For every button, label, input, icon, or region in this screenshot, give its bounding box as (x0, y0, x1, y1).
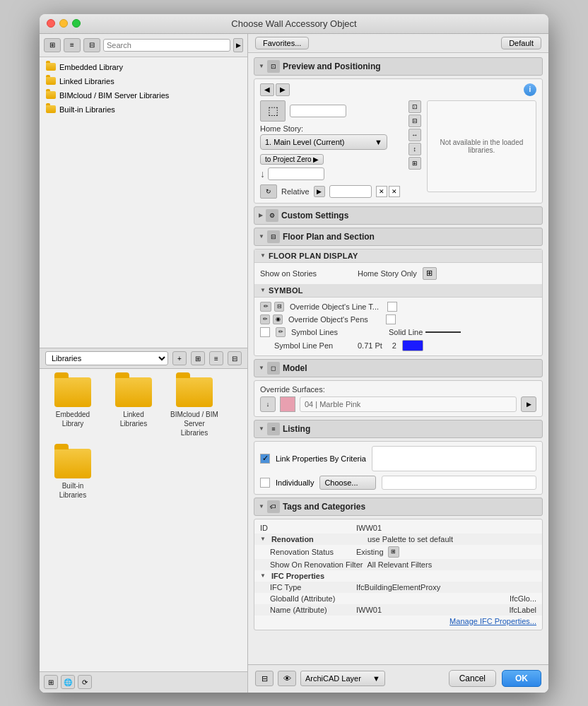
renovation-status-value: Existing (356, 548, 384, 556)
bottom-icon1[interactable]: ⊟ (255, 671, 274, 686)
to-project-zero-button[interactable]: to Project Zero ▶ (260, 154, 324, 165)
prev-button[interactable]: ◀ (260, 83, 274, 96)
minimize-button[interactable] (59, 19, 68, 28)
folder-icon-large (176, 377, 213, 407)
close-button[interactable] (47, 19, 55, 28)
preview-section-header[interactable]: ▼ ⊡ Preview and Positioning (254, 57, 543, 76)
to-project-zero-label: to Project Zero (265, 155, 312, 163)
surface-action-button[interactable]: ▶ (521, 396, 536, 412)
ifc-triangle: ▼ (260, 572, 266, 579)
bottom-icon2[interactable]: 👁 (278, 671, 296, 686)
grid-view-icon[interactable]: ⊞ (44, 38, 61, 52)
library-tree: Embedded Library Linked Libraries BIMclo… (40, 57, 247, 348)
line-preview (425, 331, 461, 333)
individually-textbox[interactable] (382, 476, 536, 490)
renovation-row: ▼ Renovation use Palette to set default (254, 534, 542, 545)
global-id-row: GlobalId (Attribute) IfcGlo... (254, 593, 542, 604)
ifc-type-label: IFC Type (260, 583, 352, 592)
side-icon4[interactable]: ↕ (408, 143, 421, 155)
individually-checkbox[interactable] (260, 478, 270, 488)
tree-item-bimcloud[interactable]: BIMcloud / BIM Server Libraries (40, 88, 247, 102)
side-icon3[interactable]: ↔ (408, 129, 421, 141)
relative-row: ↻ Relative ▶ 0.00° ✕ ✕ (260, 184, 400, 199)
detail-layout-button[interactable]: ⊟ (228, 351, 242, 365)
floor-icon-button[interactable]: ⊞ (423, 267, 437, 280)
floor-plan-display-header[interactable]: ▼ FLOOR PLAN DISPLAY (254, 249, 542, 263)
layer-dropdown[interactable]: ArchiCAD Layer ▼ (300, 671, 385, 686)
global-id-value2: IfcGlo... (510, 594, 536, 603)
side-icon5[interactable]: ⊞ (408, 157, 421, 170)
left-bottom-icon1[interactable]: ⊞ (44, 675, 58, 689)
manage-ifc-link[interactable]: Manage IFC Properties... (449, 617, 536, 625)
layer-row: ArchiCAD Layer ▼ (300, 671, 385, 686)
maximize-button[interactable] (72, 19, 81, 28)
side-icon1[interactable]: ⊡ (408, 100, 421, 113)
tree-item-embedded[interactable]: Embedded Library (40, 60, 247, 74)
nav-arrow-right[interactable]: ▶ (233, 38, 243, 52)
library-item-builtin[interactable]: Built-inLibraries (48, 449, 98, 500)
id-row: ID IWW01 (254, 522, 542, 534)
left-bottom-icon3[interactable]: ⟳ (78, 675, 92, 689)
home-story-dropdown[interactable]: 1. Main Level (Current) ▼ (260, 134, 387, 150)
listing-section-header[interactable]: ▼ ≡ Listing (254, 420, 543, 438)
left-toolbar: ⊞ ≡ ⊟ ▶ (40, 34, 247, 57)
cancel-button[interactable]: Cancel (449, 670, 496, 687)
preview-row: ⬚ 0" Home Story: 1. Main Level (Current)… (260, 100, 536, 199)
listing-section-title: Listing (283, 424, 310, 434)
grid-icon[interactable]: ⊞ (388, 546, 399, 558)
ok-button[interactable]: OK (502, 670, 541, 687)
search-input[interactable] (103, 39, 230, 52)
grid-layout-button[interactable]: ⊞ (191, 351, 205, 365)
relative-arrow-button[interactable]: ▶ (314, 186, 325, 197)
override-line-checkbox[interactable] (387, 302, 397, 312)
surface-add-button[interactable]: ↓ (260, 396, 276, 412)
angle-input[interactable]: 0.00° (329, 185, 372, 198)
floor-plan-display-title: FLOOR PLAN DISPLAY (269, 252, 358, 260)
list-view-icon[interactable]: ≡ (64, 38, 81, 52)
library-item-bimcloud[interactable]: BIMcloud / BIMServer Libraries (170, 377, 219, 437)
left-bottom-icon2[interactable]: 🌐 (61, 675, 75, 689)
height-input[interactable]: 0" (290, 105, 346, 117)
override-pens-checkbox[interactable] (386, 314, 396, 324)
library-item-linked[interactable]: Linked Libraries (109, 377, 158, 437)
ifc-label: IFC Properties (271, 572, 363, 580)
library-item-label: EmbeddedLibrary (56, 410, 90, 428)
tags-section-header[interactable]: ▼ 🏷 Tags and Categories (254, 498, 543, 516)
checkbox2[interactable]: ✕ (389, 186, 400, 197)
favorites-button[interactable]: Favorites... (255, 37, 309, 49)
library-item-embedded[interactable]: EmbeddedLibrary (48, 377, 98, 437)
folder-icon (45, 90, 57, 101)
add-library-button[interactable]: + (172, 351, 187, 365)
floor-plan-section-header[interactable]: ▼ ⊟ Floor Plan and Section (254, 228, 543, 246)
symbol-header[interactable]: ▼ SYMBOL (254, 284, 542, 298)
default-button[interactable]: Default (501, 37, 541, 49)
section-triangle: ▶ (259, 212, 263, 218)
rotation-icon[interactable]: ↻ (260, 184, 277, 199)
tree-item-linked[interactable]: Linked Libraries (40, 74, 247, 88)
preview-left-area: ⬚ 0" Home Story: 1. Main Level (Current)… (260, 100, 400, 199)
model-section-header[interactable]: ▼ ◻ Model (254, 359, 543, 377)
show-on-stories-value: Home Story Only (358, 269, 417, 278)
link-properties-textbox[interactable] (372, 446, 536, 471)
manage-ifc-row: Manage IFC Properties... (254, 616, 542, 627)
floor-value-input[interactable]: 0" (268, 167, 324, 180)
list-layout-button[interactable]: ≡ (209, 351, 223, 365)
link-properties-checkbox[interactable]: ✓ (260, 454, 270, 464)
surface-color-swatch (280, 396, 295, 412)
symbol-lines-checkbox[interactable] (260, 327, 270, 337)
listing-icon: ≡ (267, 423, 280, 435)
detail-view-icon[interactable]: ⊟ (83, 38, 100, 52)
layer-dropdown-arrow: ▼ (372, 674, 380, 683)
right-content: ▼ ⊡ Preview and Positioning ◀ ▶ i ⬚ (248, 53, 548, 664)
nav-arrows-row: ◀ ▶ i (260, 83, 536, 96)
tree-item-builtin[interactable]: Built-in Libraries (40, 102, 247, 117)
info-button[interactable]: i (524, 83, 536, 96)
side-icon2[interactable]: ⊟ (408, 114, 421, 127)
library-dropdown[interactable]: Libraries (45, 351, 168, 365)
tree-item-label: Linked Libraries (59, 77, 114, 86)
custom-settings-header[interactable]: ▶ ⚙ Custom Settings (254, 206, 543, 225)
checkbox1[interactable]: ✕ (376, 186, 387, 197)
override-line-icon: ✏ (260, 302, 271, 312)
next-button[interactable]: ▶ (276, 83, 290, 96)
choose-dropdown[interactable]: Choose... (319, 476, 376, 490)
